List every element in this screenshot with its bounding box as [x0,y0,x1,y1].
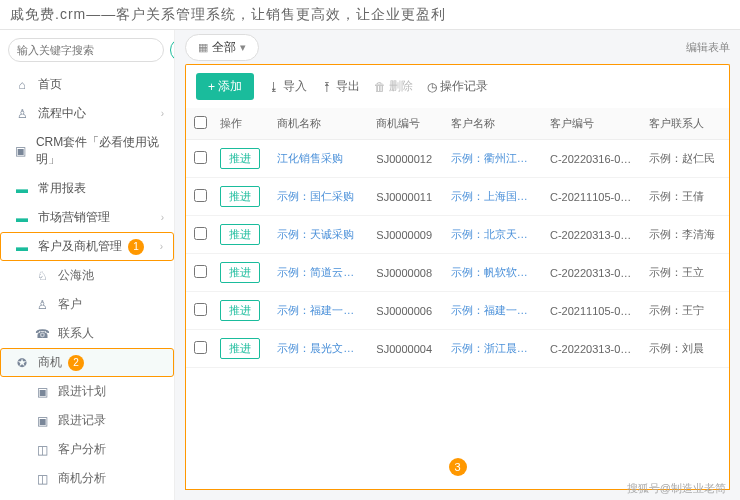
contact-name: 示例：王立 [643,254,729,292]
nav-icon: ◫ [34,472,50,486]
nav-item[interactable]: ▣跟进记录 [0,406,174,435]
push-button[interactable]: 推进 [220,148,260,169]
customer-code: C-20220313-0000004 [544,330,643,368]
push-button[interactable]: 推进 [220,262,260,283]
opportunity-code: SJ0000009 [370,216,445,254]
app-title: 戚免费.crm——客户关系管理系统，让销售更高效，让企业更盈利 [10,6,446,24]
nav-item[interactable]: ⌂首页 [0,70,174,99]
export-button[interactable]: ⭱导出 [321,78,360,95]
nav-item[interactable]: ♙客户 [0,290,174,319]
add-button[interactable]: +添加 [196,73,254,100]
nav-label: 客户分析 [58,441,106,458]
nav-icon: ✪ [14,356,30,370]
delete-button[interactable]: 🗑删除 [374,78,413,95]
column-header[interactable]: 客户联系人 [643,108,729,140]
nav-item[interactable]: ✪商机2 [0,348,174,377]
annotation-badge-3: 3 [449,458,467,476]
column-header[interactable]: 商机编号 [370,108,445,140]
chevron-right-icon: › [161,212,164,223]
opportunity-name[interactable]: 示例：福建一高3月订单 [271,292,370,330]
table-row[interactable]: 推进 示例：简道云采购 SJ0000008 示例：帆软软件有限公司 C-2022… [186,254,729,292]
customer-name[interactable]: 示例：衢州江化集团 [445,140,544,178]
row-checkbox[interactable] [194,151,207,164]
opportunity-name[interactable]: 示例：晨光文具设备… [271,330,370,368]
table-row[interactable]: 推进 示例：国仁采购 SJ0000011 示例：上海国仁有限… C-202111… [186,178,729,216]
chevron-right-icon: › [161,108,164,119]
opportunity-code: SJ0000011 [370,178,445,216]
toolbar: +添加 ⭳导入 ⭱导出 🗑删除 ◷操作记录 [185,64,730,108]
push-button[interactable]: 推进 [220,186,260,207]
nav-item[interactable]: ◫商机分析 [0,464,174,493]
opportunity-code: SJ0000004 [370,330,445,368]
oplog-button[interactable]: ◷操作记录 [427,78,488,95]
nav-icon: ▣ [14,144,28,158]
table-row[interactable]: 推进 示例：天诚采购 SJ0000009 示例：北京天诚软件… C-202203… [186,216,729,254]
nav-item[interactable]: ◫客户分析 [0,435,174,464]
nav-item[interactable]: ▬常用报表 [0,174,174,203]
customer-code: C-20211105-0000004 [544,292,643,330]
nav-label: 跟进计划 [58,383,106,400]
clock-icon: ◷ [427,80,437,94]
nav-item[interactable]: ♘公海池 [0,261,174,290]
trash-icon: 🗑 [374,80,386,94]
customer-code: C-20211105-0000001 [544,178,643,216]
tab-all[interactable]: ▦ 全部 ▾ [185,34,259,61]
column-header[interactable]: 商机名称 [271,108,370,140]
push-button[interactable]: 推进 [220,338,260,359]
annotation-badge: 1 [128,239,144,255]
row-checkbox[interactable] [194,189,207,202]
column-header[interactable]: 操作 [214,108,271,140]
column-header[interactable]: 客户编号 [544,108,643,140]
nav-item[interactable]: ♙流程中心› [0,99,174,128]
customer-code: C-20220316-0000001 [544,140,643,178]
customer-name[interactable]: 示例：福建一高集团 [445,292,544,330]
search-input[interactable] [8,38,164,62]
row-checkbox[interactable] [194,341,207,354]
push-button[interactable]: 推进 [220,300,260,321]
row-checkbox[interactable] [194,303,207,316]
download-icon: ⭳ [268,80,280,94]
table-row[interactable]: 推进 示例：晨光文具设备… SJ0000004 示例：浙江晨光文具… C-202… [186,330,729,368]
nav-label: 市场营销管理 [38,209,110,226]
column-header[interactable]: 客户名称 [445,108,544,140]
app-header: 戚免费.crm——客户关系管理系统，让销售更高效，让企业更盈利 [0,0,740,30]
tab-bar: ▦ 全部 ▾ 编辑表单 [175,30,740,64]
customer-code: C-20220313-0000003 [544,254,643,292]
import-button[interactable]: ⭳导入 [268,78,307,95]
opportunity-name[interactable]: 示例：国仁采购 [271,178,370,216]
opportunity-name[interactable]: 示例：简道云采购 [271,254,370,292]
opportunity-name[interactable]: 江化销售采购 [271,140,370,178]
nav-item[interactable]: ▬产品报价管理› [0,493,174,500]
customer-name[interactable]: 示例：上海国仁有限… [445,178,544,216]
opportunity-name[interactable]: 示例：天诚采购 [271,216,370,254]
contact-name: 示例：刘晨 [643,330,729,368]
upload-icon: ⭱ [321,80,333,94]
nav-icon: ◫ [34,443,50,457]
nav-item[interactable]: ▣跟进计划 [0,377,174,406]
contact-name: 示例：王宁 [643,292,729,330]
nav-icon: ▬ [14,182,30,196]
nav-label: 跟进记录 [58,412,106,429]
select-all-checkbox[interactable] [194,116,207,129]
table-row[interactable]: 推进 示例：福建一高3月订单 SJ0000006 示例：福建一高集团 C-202… [186,292,729,330]
customer-name[interactable]: 示例：浙江晨光文具… [445,330,544,368]
data-table: 操作商机名称商机编号客户名称客户编号客户联系人 推进 江化销售采购 SJ0000… [186,108,729,368]
customer-name[interactable]: 示例：北京天诚软件… [445,216,544,254]
nav-item[interactable]: ▬客户及商机管理1› [0,232,174,261]
nav-item[interactable]: ▬市场营销管理› [0,203,174,232]
nav-icon: ♙ [34,298,50,312]
nav-item[interactable]: ☎联系人 [0,319,174,348]
nav-menu: ⌂首页♙流程中心›▣CRM套件「必看使用说明」▬常用报表▬市场营销管理›▬客户及… [0,70,174,500]
row-checkbox[interactable] [194,227,207,240]
nav-label: 商机分析 [58,470,106,487]
nav-label: 客户及商机管理 [38,238,122,255]
contact-name: 示例：王倩 [643,178,729,216]
nav-item[interactable]: ▣CRM套件「必看使用说明」 [0,128,174,174]
edit-form-link[interactable]: 编辑表单 [686,40,730,55]
table-row[interactable]: 推进 江化销售采购 SJ0000012 示例：衢州江化集团 C-20220316… [186,140,729,178]
customer-name[interactable]: 示例：帆软软件有限公司 [445,254,544,292]
grid-icon: ▦ [198,41,208,54]
push-button[interactable]: 推进 [220,224,260,245]
customer-code: C-20220313-0000002 [544,216,643,254]
row-checkbox[interactable] [194,265,207,278]
